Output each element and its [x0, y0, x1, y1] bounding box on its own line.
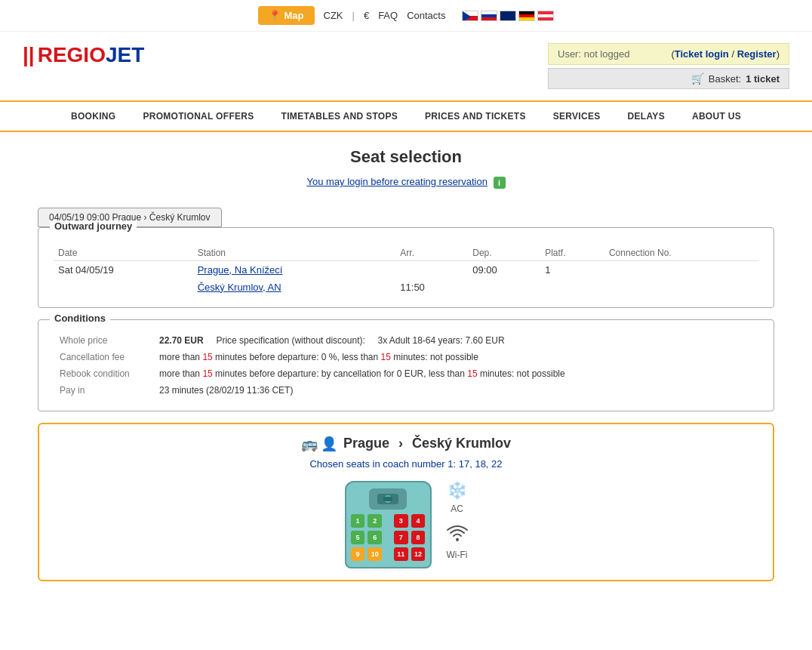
flag-austrian[interactable] [537, 11, 554, 21]
basket-label: Basket: [709, 73, 741, 85]
flag-czech[interactable] [462, 11, 478, 21]
driver-area [369, 488, 407, 510]
coach-from: Prague [343, 436, 389, 451]
nav-bar: BOOKING PROMOTIONAL OFFERS TIMETABLES AN… [0, 100, 812, 132]
ticket-login-link[interactable]: Ticket login [675, 48, 729, 60]
seat-7[interactable]: 7 [394, 531, 408, 544]
header: || REGIOJET User: not logged (Ticket log… [0, 32, 812, 100]
seat-6[interactable]: 6 [368, 531, 382, 544]
cancellation-value: more than 15 minutes before departure: 0… [155, 350, 757, 365]
currency-czk[interactable]: CZK [324, 10, 343, 21]
nav-timetables[interactable]: TIMETABLES AND STOPS [268, 102, 411, 131]
col-arr: Arr. [395, 245, 468, 261]
seat-row: 5 6 7 8 [351, 531, 426, 544]
basket-icon: 🛒 [691, 72, 704, 85]
seat-9[interactable]: 9 [351, 547, 365, 561]
login-notice: You may login before creating reservatio… [23, 176, 789, 189]
row-arr1 [395, 260, 468, 279]
row-conn1 [604, 260, 758, 279]
cancellation-label: Cancellation fee [55, 350, 153, 365]
nav-promotional-offers[interactable]: PROMOTIONAL OFFERS [129, 102, 267, 131]
ac-icon: ❄️ [447, 481, 467, 501]
coach-header: 🚌 👤 Prague › Český Krumlov [54, 436, 758, 452]
col-dep: Dep. [468, 245, 540, 261]
logo-bars: || [23, 43, 35, 67]
whole-price-label: Whole price [55, 333, 153, 348]
bus-icon: 🚌 [301, 436, 318, 452]
seat-5[interactable]: 5 [351, 531, 365, 544]
register-link[interactable]: Register [737, 48, 777, 60]
contacts-link[interactable]: Contacts [407, 10, 445, 21]
table-row: Sat 04/05/19 Prague, Na Knížecí 09:00 1 [54, 260, 758, 279]
wifi-label: Wi-Fi [447, 550, 468, 560]
conditions-whole-price-row: Whole price 22.70 EUR Price specificatio… [55, 333, 757, 348]
nav-booking[interactable]: BOOKING [57, 102, 129, 131]
coach-arrow: › [398, 436, 403, 451]
wifi-icon [447, 525, 468, 547]
person-icon: 👤 [321, 436, 337, 452]
seat-4[interactable]: 4 [411, 514, 426, 528]
seat-12[interactable]: 12 [411, 547, 426, 561]
divider: | [352, 10, 355, 21]
nav-prices-tickets[interactable]: PRICES AND TICKETS [411, 102, 540, 131]
row-platf1: 1 [540, 260, 604, 279]
station1-link[interactable]: Prague, Na Knížecí [198, 264, 283, 276]
seat-10[interactable]: 10 [368, 547, 382, 561]
coach-diagram: 1 2 3 4 5 6 7 8 [345, 481, 432, 568]
top-bar: 📍 Map CZK | € FAQ Contacts [0, 0, 812, 32]
seat-2[interactable]: 2 [368, 514, 382, 528]
seat-grid: 1 2 3 4 5 6 7 8 [351, 514, 426, 561]
col-station: Station [193, 245, 396, 261]
station2-link[interactable]: Český Krumlov, AN [198, 282, 281, 293]
col-date: Date [54, 245, 193, 261]
svg-point-3 [456, 538, 459, 541]
outward-journey-section: Outward journey Date Station Arr. Dep. P… [38, 227, 774, 308]
seat-1[interactable]: 1 [351, 514, 365, 528]
row-arr2: 11:50 [395, 279, 468, 296]
faq-link[interactable]: FAQ [378, 10, 398, 21]
seat-3[interactable]: 3 [394, 514, 408, 528]
seat-8[interactable]: 8 [411, 531, 426, 544]
nav-about-us[interactable]: ABOUT US [678, 102, 755, 131]
page-title: Seat selection [23, 147, 789, 167]
tab-to: Český Krumlov [149, 212, 211, 223]
payin-value: 23 minutes (28/02/19 11:36 CET) [155, 383, 757, 398]
flag-english[interactable] [500, 11, 516, 21]
coach-diagram-area: 1 2 3 4 5 6 7 8 [54, 481, 758, 568]
login-notice-link[interactable]: You may login before creating reservatio… [306, 176, 487, 187]
ac-label: AC [451, 504, 463, 514]
currency-eur[interactable]: € [364, 10, 369, 21]
amenities: ❄️ AC Wi-Fi [447, 481, 468, 560]
coach-icons: 🚌 👤 [301, 436, 337, 452]
user-status-label: User: not logged [558, 48, 629, 60]
coach-to: Český Krumlov [412, 436, 511, 451]
map-button[interactable]: 📍 Map [258, 6, 315, 25]
user-status-bar: User: not logged (Ticket login / Registe… [548, 43, 789, 65]
conditions-rebook-row: Rebook condition more than 15 minutes be… [55, 366, 757, 381]
flag-slovak[interactable] [481, 11, 497, 21]
nav-delays[interactable]: DELAYS [614, 102, 678, 131]
row-station2: Český Krumlov, AN [193, 279, 396, 296]
col-platf: Platf. [540, 245, 604, 261]
tab-arrow: › [143, 212, 146, 223]
nav-services[interactable]: SERVICES [540, 102, 614, 131]
main-content: Seat selection You may login before crea… [0, 132, 812, 608]
coach-section: 🚌 👤 Prague › Český Krumlov Chosen seats … [38, 423, 774, 581]
flag-german[interactable] [518, 11, 535, 21]
logo[interactable]: || REGIOJET [23, 43, 144, 67]
row-dep1: 09:00 [468, 260, 540, 279]
user-login-options: (Ticket login / Register) [671, 48, 780, 60]
conditions-section: Conditions Whole price 22.70 EUR Price s… [38, 319, 774, 411]
info-badge[interactable]: i [494, 177, 506, 189]
logo-jet: JET [106, 43, 144, 66]
payin-label: Pay in [55, 383, 153, 398]
seat-11[interactable]: 11 [394, 547, 408, 561]
chosen-seats-label: Chosen seats in coach number 1: 17, 18, … [54, 458, 758, 470]
ac-amenity: ❄️ AC [447, 481, 467, 514]
col-conn: Connection No. [604, 245, 758, 261]
map-pin-icon: 📍 [269, 10, 281, 21]
conditions-cancellation-row: Cancellation fee more than 15 minutes be… [55, 350, 757, 365]
basket-bar: 🛒 Basket: 1 ticket [548, 68, 789, 89]
coach-front [351, 488, 426, 510]
rebook-label: Rebook condition [55, 366, 153, 381]
